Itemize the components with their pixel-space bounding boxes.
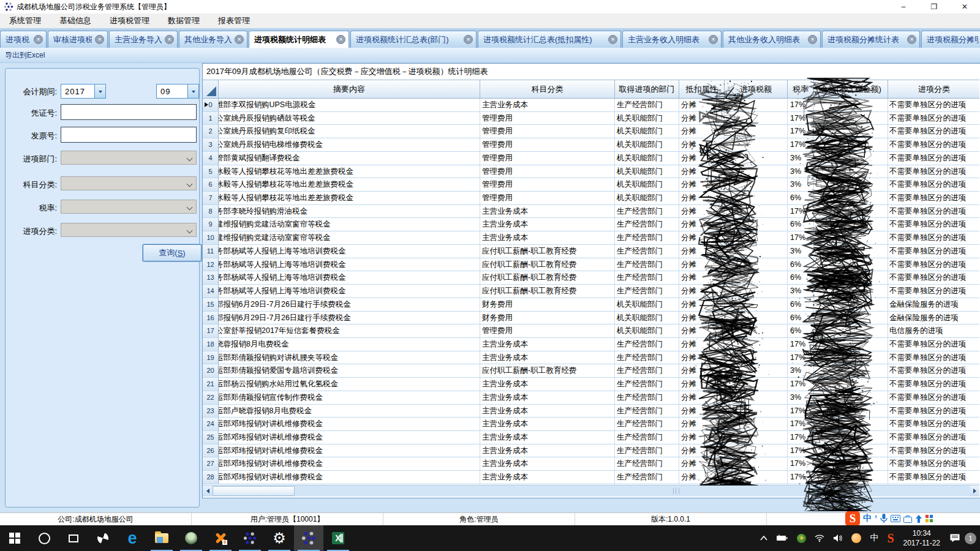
cell[interactable]: 主营业务成本 bbox=[480, 231, 615, 245]
cell[interactable]: 运部邓玮报销对讲机维修费税金 bbox=[219, 457, 480, 471]
cell[interactable] bbox=[725, 218, 788, 231]
cell[interactable]: 务部杨斌等人报销上海等地培训费税金 bbox=[219, 245, 480, 258]
tray-expand-chevron[interactable] bbox=[760, 536, 767, 541]
cell[interactable]: 分摊 bbox=[679, 338, 725, 351]
cell[interactable]: 生产经营部门 bbox=[615, 245, 679, 258]
cell[interactable]: 不需要单独区分的进项 bbox=[888, 351, 979, 365]
cell[interactable] bbox=[725, 152, 788, 165]
cell[interactable]: 运部邓玮报销对讲机维修费税金 bbox=[219, 418, 480, 431]
cell[interactable]: 运部邓玮报销对讲机维修费税金 bbox=[219, 444, 480, 458]
cell[interactable] bbox=[814, 112, 888, 126]
toolbox-icon[interactable] bbox=[903, 515, 912, 523]
cell[interactable] bbox=[814, 457, 888, 471]
close-button[interactable]: ✕ bbox=[949, 0, 980, 13]
cell[interactable]: 不需要单独区分的进项 bbox=[888, 471, 979, 484]
cell[interactable] bbox=[814, 285, 888, 298]
cell[interactable] bbox=[725, 192, 788, 205]
cell[interactable]: 不需要单独区分的进项 bbox=[888, 285, 979, 298]
cell[interactable] bbox=[814, 205, 888, 219]
cell[interactable]: 冰毅等人报销攀枝花等地出差差旅费税金 bbox=[219, 165, 480, 179]
cell[interactable]: 不需要单独区分的进项 bbox=[888, 405, 979, 418]
cell[interactable]: 机关职能部门 bbox=[615, 165, 679, 179]
cell[interactable]: 17% bbox=[788, 444, 814, 458]
cell[interactable]: 分摊 bbox=[679, 324, 725, 338]
cell[interactable] bbox=[725, 405, 788, 418]
table-row[interactable]: 6冰毅等人报销攀枝花等地出差差旅费税金管理费用机关职能部门分摊3%不需要单独区分… bbox=[203, 178, 979, 192]
row-header[interactable]: 0 bbox=[203, 99, 219, 112]
cell[interactable]: 不需要单独区分的进项 bbox=[888, 165, 979, 179]
dots-app-button[interactable] bbox=[235, 525, 265, 551]
tab-close-icon[interactable]: ✕ bbox=[608, 35, 617, 44]
voucher-input[interactable] bbox=[61, 104, 197, 120]
table-row[interactable]: 21运部杨云报销购水站用过氧化氢税金主营业务成本生产经营部门分摊17%不需要单独… bbox=[203, 378, 979, 391]
sogou-logo-icon[interactable]: S bbox=[845, 511, 860, 526]
cell[interactable] bbox=[814, 258, 888, 272]
cell[interactable]: 3% bbox=[788, 391, 814, 405]
cell[interactable]: 运部邓玮报销对讲机维修费税金 bbox=[219, 431, 480, 444]
row-header[interactable]: 7 bbox=[203, 192, 219, 205]
cell[interactable]: 生产经营部门 bbox=[615, 405, 679, 418]
table-row[interactable]: 10建维报销购党建活动室窗帘等税金主营业务成本生产经营部门分摊17%不需要单独区… bbox=[203, 231, 979, 245]
cell[interactable] bbox=[725, 391, 788, 405]
cell[interactable]: 不需要单独区分的进项 bbox=[888, 378, 979, 391]
cell[interactable]: 17% bbox=[788, 405, 814, 418]
input-category-select[interactable] bbox=[61, 223, 197, 237]
cell[interactable]: 不需要单独区分的进项 bbox=[888, 258, 979, 272]
cell[interactable]: 生产经营部门 bbox=[615, 99, 679, 112]
column-header-1[interactable]: 科目分类 bbox=[480, 80, 615, 98]
cell[interactable]: 务部杨斌等人报销上海等地培训费税金 bbox=[219, 271, 480, 285]
cell[interactable]: 分摊 bbox=[679, 112, 725, 126]
cell[interactable]: 3% bbox=[788, 152, 814, 165]
cell[interactable]: 不需要单独区分的进项 bbox=[888, 205, 979, 219]
row-header[interactable]: 11 bbox=[203, 245, 219, 258]
table-row[interactable]: 4管部黄斌报销翻译费税金管理费用机关职能部门分摊3%不需要单独区分的进项 bbox=[203, 152, 979, 165]
cell[interactable]: 生产经营部门 bbox=[615, 418, 679, 431]
orange-x-app-button[interactable]: 9 bbox=[206, 525, 235, 551]
cell[interactable] bbox=[725, 324, 788, 338]
cell[interactable]: 务部李晓玲报销购滑油税金 bbox=[219, 205, 480, 219]
sogou-tray-icon[interactable]: S bbox=[887, 531, 894, 545]
volume-icon[interactable] bbox=[833, 534, 843, 542]
cell[interactable]: 分摊 bbox=[679, 312, 725, 325]
cell[interactable]: 管理费用 bbox=[480, 324, 615, 338]
row-header[interactable]: 10 bbox=[203, 231, 219, 245]
table-row[interactable]: 7冰毅等人报销攀枝花等地出差差旅费税金管理费用机关职能部门分摊6%不需要单独区分… bbox=[203, 192, 979, 205]
cell[interactable]: 生产经营部门 bbox=[615, 271, 679, 285]
cell[interactable] bbox=[814, 152, 888, 165]
cell[interactable]: 分摊 bbox=[679, 351, 725, 365]
cell[interactable]: 电信服务的进项 bbox=[888, 324, 979, 338]
cell[interactable] bbox=[725, 364, 788, 378]
row-header[interactable]: 20 bbox=[203, 364, 219, 378]
menu-item-0[interactable]: 系统管理 bbox=[0, 13, 50, 28]
cell[interactable]: 主营业务成本 bbox=[480, 391, 615, 405]
cell[interactable]: 6% bbox=[788, 324, 814, 338]
table-row[interactable]: 5冰毅等人报销攀枝花等地出差差旅费税金管理费用机关职能部门分摊3%不需要单独区分… bbox=[203, 165, 979, 179]
cell[interactable]: 应付职工薪酬-职工教育经费 bbox=[480, 364, 615, 378]
cell[interactable]: 分摊 bbox=[679, 405, 725, 418]
table-row[interactable]: 24运部邓玮报销对讲机维修费税金主营业务成本生产经营部门分摊17%不需要单独区分… bbox=[203, 418, 979, 431]
chevron-down-icon[interactable] bbox=[94, 84, 105, 98]
cell[interactable]: 机关职能部门 bbox=[615, 178, 679, 192]
table-row[interactable]: 18晓蓉报销8月电费税金主营业务成本生产经营部门分摊17%不需要单独区分的进项 bbox=[203, 338, 979, 351]
cell[interactable] bbox=[725, 431, 788, 444]
cell[interactable]: 晓蓉报销8月电费税金 bbox=[219, 338, 480, 351]
cell[interactable] bbox=[725, 338, 788, 351]
pinwheel-app-button[interactable] bbox=[88, 525, 118, 551]
soft-keyboard-icon[interactable] bbox=[891, 515, 900, 522]
cell[interactable]: 分摊 bbox=[679, 165, 725, 179]
table-row[interactable]: 26运部邓玮报销对讲机维修费税金主营业务成本生产经营部门分摊17%不需要单独区分… bbox=[203, 444, 979, 458]
cell[interactable]: 主营业务成本 bbox=[480, 457, 615, 471]
cell[interactable]: 6% bbox=[788, 258, 814, 272]
cell[interactable]: 主营业务成本 bbox=[480, 431, 615, 444]
row-header[interactable]: 28 bbox=[203, 471, 219, 484]
row-header[interactable]: 14 bbox=[203, 285, 219, 298]
cell[interactable]: 6% bbox=[788, 192, 814, 205]
cell[interactable]: 财务费用 bbox=[480, 298, 615, 312]
cell[interactable]: 主营业务成本 bbox=[480, 218, 615, 231]
settings-button[interactable]: ⚙ bbox=[265, 525, 294, 551]
cell[interactable] bbox=[725, 125, 788, 138]
cell[interactable]: 分摊 bbox=[679, 152, 725, 165]
cell[interactable]: 机关职能部门 bbox=[615, 324, 679, 338]
cell[interactable] bbox=[814, 444, 888, 458]
cell[interactable]: 17% bbox=[788, 431, 814, 444]
